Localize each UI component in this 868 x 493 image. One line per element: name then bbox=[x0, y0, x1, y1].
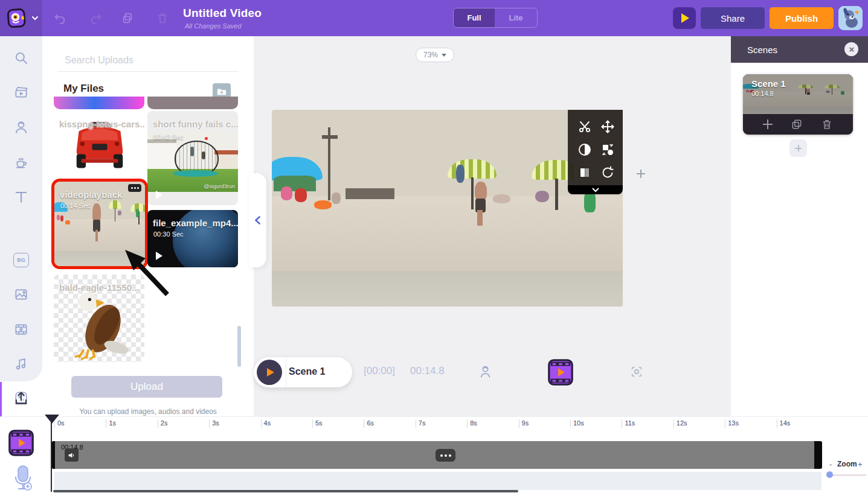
mode-full-button[interactable]: Full bbox=[454, 8, 495, 27]
play-icon bbox=[681, 13, 689, 23]
ruler-tick: 13s bbox=[725, 419, 739, 428]
video-clip-bar[interactable]: 00:14.8 bbox=[54, 441, 814, 469]
share-button[interactable]: Share bbox=[701, 7, 765, 29]
zoom-slider-track[interactable] bbox=[830, 474, 866, 476]
file-options-button[interactable] bbox=[128, 184, 141, 192]
zoom-in-button[interactable]: + bbox=[858, 460, 863, 469]
scenes-header: Scenes bbox=[731, 36, 868, 63]
file-card-partial[interactable] bbox=[54, 97, 144, 109]
speaker-icon bbox=[68, 451, 76, 459]
redo-icon[interactable] bbox=[89, 11, 103, 25]
scene-play-button[interactable] bbox=[257, 360, 282, 385]
delete-scene-icon[interactable] bbox=[821, 118, 833, 130]
app-window: Untitled Video All Changes Saved Full Li… bbox=[0, 0, 868, 493]
duplicate-scene-icon[interactable] bbox=[791, 118, 803, 130]
move-icon[interactable] bbox=[600, 119, 615, 134]
chevron-down-icon bbox=[31, 14, 39, 22]
characters-icon[interactable] bbox=[13, 119, 29, 135]
microphone-icon[interactable] bbox=[11, 465, 35, 491]
panel-collapse-handle[interactable] bbox=[249, 173, 266, 267]
crop-scissors-icon[interactable] bbox=[577, 119, 592, 134]
scenes-title: Scenes bbox=[747, 45, 777, 55]
current-time: [00:00] bbox=[364, 365, 395, 377]
app-logo-menu[interactable] bbox=[0, 0, 42, 36]
text-icon[interactable] bbox=[13, 189, 29, 205]
copy-icon[interactable] bbox=[121, 11, 134, 25]
app-logo-icon bbox=[5, 6, 29, 30]
ruler-tick: 1s bbox=[106, 419, 116, 428]
scene-duration: 00:14.8 bbox=[751, 90, 774, 97]
canvas-zoom-dropdown[interactable]: 73% bbox=[416, 48, 454, 62]
clip-trim-handle-right[interactable] bbox=[814, 441, 822, 469]
file-card[interactable]: kisspng-lotus-cars... bbox=[54, 111, 144, 177]
file-duration: 00:14 Sec bbox=[60, 202, 91, 209]
properties-icon[interactable] bbox=[13, 154, 29, 170]
focus-frame-icon[interactable] bbox=[630, 365, 643, 378]
file-card-partial[interactable] bbox=[147, 97, 238, 109]
music-icon[interactable] bbox=[13, 356, 29, 372]
character-track-icon[interactable] bbox=[478, 364, 493, 380]
bg-icon-label: BG bbox=[17, 257, 25, 263]
close-icon[interactable] bbox=[844, 42, 858, 56]
ruler-tick: 2s bbox=[158, 419, 168, 428]
scene-card[interactable]: Scene 1 00:14.8 bbox=[743, 74, 853, 135]
video-track-icon[interactable] bbox=[7, 429, 35, 457]
divider bbox=[286, 357, 286, 387]
preview-play-button[interactable] bbox=[673, 7, 696, 29]
playhead-handle[interactable] bbox=[45, 415, 59, 424]
ruler-tick: 8s bbox=[467, 419, 477, 428]
rotate-icon[interactable] bbox=[600, 165, 615, 180]
add-scene-icon[interactable] bbox=[763, 119, 773, 129]
publish-button[interactable]: Publish bbox=[770, 7, 834, 29]
ruler-tick: 6s bbox=[364, 419, 374, 428]
empty-track[interactable] bbox=[54, 472, 821, 490]
file-card[interactable]: file_example_mp4... 00:30 Sec bbox=[147, 210, 238, 267]
search-icon[interactable] bbox=[13, 50, 29, 66]
zoom-out-button[interactable]: - bbox=[829, 460, 832, 469]
replace-icon[interactable] bbox=[600, 142, 615, 157]
element-toolbar bbox=[568, 110, 623, 185]
toolbar-collapse-button[interactable] bbox=[568, 185, 623, 194]
ruler-tick: 12s bbox=[674, 419, 687, 428]
file-card[interactable]: bald-eagle-11550... bbox=[54, 275, 144, 362]
timeline-ruler[interactable]: 0s1s2s3s4s5s6s7s8s9s10s11s12s13s14s bbox=[0, 416, 868, 430]
timeline-scrollbar[interactable] bbox=[53, 490, 518, 492]
ruler-tick: 4s bbox=[261, 419, 271, 428]
user-avatar[interactable] bbox=[838, 6, 863, 30]
clip-options-button[interactable] bbox=[436, 449, 455, 462]
search-uploads-input[interactable] bbox=[63, 51, 241, 70]
filter-contrast-icon[interactable] bbox=[577, 142, 592, 157]
zoom-slider-knob[interactable] bbox=[826, 471, 833, 478]
canvas-add-icon[interactable] bbox=[636, 169, 646, 179]
ruler-tick: 9s bbox=[519, 419, 529, 428]
background-icon[interactable]: BG bbox=[13, 253, 29, 267]
videos-icon[interactable] bbox=[13, 322, 29, 337]
file-card[interactable]: short funny fails c... 00:42 Sec @sigurd… bbox=[147, 111, 238, 205]
images-icon[interactable] bbox=[13, 287, 29, 302]
undo-icon[interactable] bbox=[53, 11, 66, 25]
scenes-panel: Scenes Scene 1 00:14.8 bbox=[731, 36, 868, 416]
video-templates-icon[interactable] bbox=[13, 84, 29, 100]
zoom-label: Zoom bbox=[837, 460, 857, 468]
upload-icon[interactable] bbox=[13, 390, 30, 407]
project-title[interactable]: Untitled Video bbox=[183, 7, 262, 20]
mode-lite-button[interactable]: Lite bbox=[495, 8, 537, 27]
video-track-button[interactable] bbox=[547, 358, 574, 386]
ruler-tick: 10s bbox=[570, 419, 584, 428]
file-name: videoplayback bbox=[60, 189, 122, 200]
clip-volume-button[interactable] bbox=[65, 448, 79, 462]
file-card-selected[interactable]: videoplayback 00:14 Sec bbox=[51, 179, 148, 269]
add-scene-button[interactable] bbox=[789, 139, 807, 157]
clip-trim-handle-left[interactable] bbox=[52, 441, 55, 469]
scene-actions bbox=[743, 114, 853, 135]
panel-scrollbar[interactable] bbox=[237, 326, 241, 367]
split-layout-icon[interactable] bbox=[577, 165, 592, 180]
delete-icon[interactable] bbox=[156, 11, 169, 25]
eagle-image bbox=[60, 283, 138, 361]
file-name: kisspng-lotus-cars... bbox=[59, 119, 144, 129]
upload-button[interactable]: Upload bbox=[71, 376, 222, 398]
playhead-line bbox=[51, 415, 52, 492]
scene-name: Scene 1 bbox=[751, 78, 786, 89]
ruler-tick: 14s bbox=[777, 419, 791, 428]
file-duration: 00:42 Sec bbox=[153, 133, 184, 141]
